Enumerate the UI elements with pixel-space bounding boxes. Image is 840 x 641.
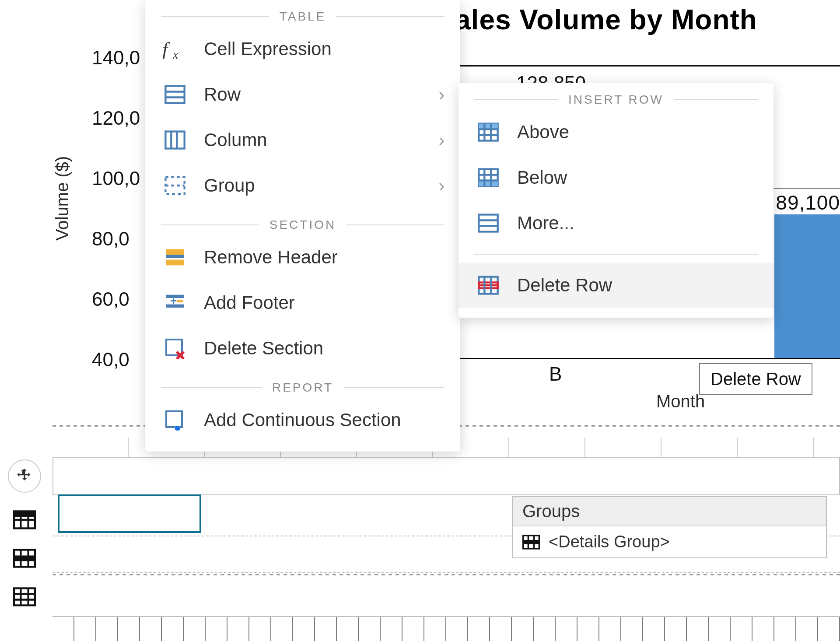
submenu-header-label: INSERT ROW — [568, 93, 664, 107]
svg-text:+: + — [170, 294, 177, 307]
y-tick: 140,0 — [92, 48, 140, 67]
groups-panel-title: Groups — [513, 497, 826, 526]
move-icon — [16, 467, 33, 485]
fx-icon: fx — [161, 38, 189, 60]
group-icon — [161, 174, 189, 197]
row-submenu: INSERT ROW Above Below More... Delete Ro… — [458, 83, 774, 318]
menu-item-group[interactable]: Group › — [145, 163, 460, 208]
submenu-item-label: Above — [517, 122, 758, 143]
menu-item-add-continuous-section[interactable]: Add Continuous Section — [145, 397, 460, 443]
selected-table-cell[interactable] — [58, 494, 201, 533]
svg-rect-15 — [523, 540, 539, 544]
submenu-item-label: More... — [517, 213, 758, 234]
menu-item-label: Delete Section — [204, 338, 444, 359]
menu-item-label: Add Continuous Section — [204, 410, 444, 431]
y-tick: 80,0 — [92, 229, 140, 249]
table-row-band[interactable] — [52, 457, 840, 495]
menu-item-column[interactable]: Column › — [145, 117, 460, 163]
chart-baseline — [459, 358, 840, 359]
svg-text:x: x — [172, 48, 178, 60]
menu-item-remove-header[interactable]: Remove Header — [145, 235, 460, 280]
svg-rect-1 — [14, 511, 35, 517]
add-section-icon — [161, 409, 189, 431]
y-tick: 100,0 — [92, 169, 140, 188]
menu-item-row[interactable]: Row › — [145, 72, 460, 117]
svg-rect-30 — [166, 260, 184, 266]
menu-item-label: Row — [204, 84, 424, 105]
horizontal-ruler — [52, 616, 840, 641]
svg-text:f: f — [162, 39, 170, 59]
move-handle[interactable] — [8, 459, 41, 493]
y-tick: 60,0 — [92, 290, 140, 309]
columns-icon — [161, 129, 189, 151]
details-group-label: <Details Group> — [549, 532, 670, 551]
insert-below-icon — [474, 166, 502, 189]
groups-panel: Groups <Details Group> — [512, 496, 827, 558]
details-group-item[interactable]: <Details Group> — [513, 526, 826, 557]
menu-item-label: Add Footer — [204, 292, 444, 313]
submenu-item-insert-below[interactable]: Below — [458, 155, 774, 200]
svg-rect-23 — [165, 132, 184, 149]
rows-icon — [161, 83, 189, 106]
table-body-row-icon[interactable] — [13, 547, 36, 570]
submenu-item-label: Delete Row — [517, 275, 758, 296]
details-group-icon — [522, 533, 540, 551]
svg-rect-28 — [166, 249, 184, 255]
x-axis-label: Month — [656, 392, 705, 411]
tooltip-delete-row: Delete Row — [699, 363, 812, 395]
insert-above-icon — [474, 121, 502, 144]
svg-rect-26 — [165, 177, 184, 194]
menu-item-add-footer[interactable]: + Add Footer — [145, 280, 460, 326]
table-footer-row-icon[interactable] — [13, 585, 36, 608]
menu-item-label: Cell Expression — [204, 39, 444, 60]
context-menu: TABLE fx Cell Expression Row › Column › … — [145, 0, 460, 452]
svg-rect-36 — [166, 411, 182, 427]
y-axis-label: Volume ($) — [52, 156, 72, 241]
submenu-item-label: Below — [517, 167, 758, 188]
menu-section-header-section: SECTION — [145, 208, 460, 235]
chevron-right-icon: › — [439, 176, 444, 196]
delete-row-icon — [474, 274, 502, 297]
submenu-header-insert-row: INSERT ROW — [458, 83, 774, 109]
submenu-item-insert-above[interactable]: Above — [458, 109, 774, 155]
row-gutter — [4, 459, 45, 608]
menu-section-header-table: TABLE — [145, 0, 460, 26]
chart-top-rule — [455, 65, 840, 67]
menu-section-label: SECTION — [270, 218, 336, 232]
y-tick: 40,0 — [92, 350, 140, 369]
chart-title: ales Volume by Month — [455, 4, 757, 36]
menu-section-label: REPORT — [272, 381, 333, 395]
svg-rect-20 — [165, 86, 184, 103]
delete-section-icon — [161, 337, 189, 360]
chevron-right-icon: › — [439, 85, 444, 105]
menu-item-label: Remove Header — [204, 247, 444, 268]
submenu-item-delete-row[interactable]: Delete Row — [458, 263, 774, 308]
rows-icon — [474, 212, 502, 235]
svg-rect-9 — [14, 588, 35, 606]
bar-data-label: 89,100 — [776, 191, 840, 214]
section-boundary — [52, 574, 840, 576]
svg-rect-49 — [479, 215, 497, 232]
x-tick-label: B — [549, 363, 562, 385]
menu-section-header-report: REPORT — [145, 371, 460, 397]
submenu-item-insert-more[interactable]: More... — [458, 200, 774, 246]
svg-rect-6 — [14, 556, 35, 561]
y-axis-ticks: 140,0 120,0 100,0 80,0 60,0 40,0 — [92, 48, 140, 410]
chevron-right-icon: › — [439, 130, 444, 150]
menu-item-label: Group — [204, 175, 424, 196]
menu-item-cell-expression[interactable]: fx Cell Expression — [145, 26, 460, 72]
table-header-row-icon[interactable] — [13, 508, 36, 531]
menu-section-label: TABLE — [280, 10, 326, 24]
svg-rect-29 — [166, 255, 184, 258]
chart-bar — [774, 214, 840, 358]
y-tick: 120,0 — [92, 109, 140, 128]
add-footer-icon: + — [161, 291, 189, 314]
menu-item-label: Column — [204, 130, 424, 151]
submenu-divider — [474, 254, 758, 255]
menu-item-delete-section[interactable]: Delete Section — [145, 326, 460, 371]
remove-header-icon — [161, 246, 189, 269]
